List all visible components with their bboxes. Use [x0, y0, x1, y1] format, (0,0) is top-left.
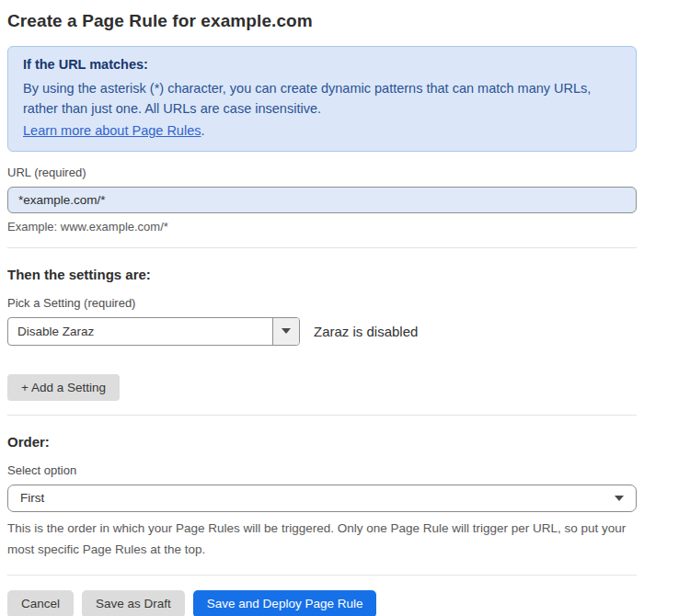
info-box-heading: If the URL matches: [23, 57, 621, 72]
url-match-info-box: If the URL matches: By using the asteris… [7, 46, 637, 152]
save-and-deploy-button[interactable]: Save and Deploy Page Rule [193, 590, 377, 616]
page-title: Create a Page Rule for example.com [7, 11, 637, 31]
pick-setting-label: Pick a Setting (required) [7, 296, 637, 310]
setting-status-text: Zaraz is disabled [314, 324, 418, 339]
url-input[interactable] [7, 187, 637, 213]
divider [7, 247, 637, 248]
caret-down-icon [615, 496, 624, 501]
setting-dropdown-value: Disable Zaraz [8, 318, 272, 345]
link-suffix: . [201, 123, 204, 138]
settings-section-heading: Then the settings are: [7, 267, 637, 282]
order-section-heading: Order: [7, 434, 637, 450]
learn-more-link[interactable]: Learn more about Page Rules [23, 123, 201, 138]
divider [7, 415, 637, 416]
footer-actions: Cancel Save as Draft Save and Deploy Pag… [7, 590, 637, 616]
setting-row: Disable Zaraz Zaraz is disabled [7, 317, 637, 346]
page-rule-form: Create a Page Rule for example.com If th… [0, 0, 690, 616]
setting-dropdown-button[interactable] [272, 318, 299, 345]
url-field-label: URL (required) [7, 165, 637, 179]
save-as-draft-button[interactable]: Save as Draft [82, 590, 185, 616]
setting-dropdown[interactable]: Disable Zaraz [7, 317, 300, 346]
order-select-label: Select option [7, 463, 637, 477]
url-example-helper: Example: www.example.com/* [7, 220, 637, 234]
cancel-button[interactable]: Cancel [7, 590, 74, 616]
order-helper-text: This is the order in which your Page Rul… [7, 519, 637, 561]
order-select[interactable]: First [7, 485, 637, 512]
order-select-value: First [20, 491, 44, 505]
add-setting-button[interactable]: + Add a Setting [7, 374, 120, 401]
info-box-body: By using the asterisk (*) character, you… [23, 78, 621, 120]
caret-down-icon [282, 328, 291, 334]
divider [7, 575, 637, 576]
